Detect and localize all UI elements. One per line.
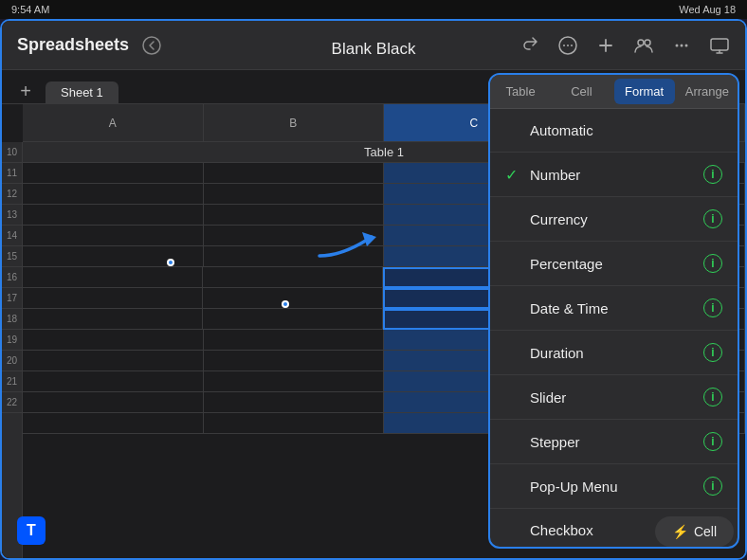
row-19: 19 bbox=[2, 330, 22, 351]
row-16: 16 bbox=[2, 267, 22, 288]
row-17: 17 bbox=[2, 288, 22, 309]
selection-handle-bottom bbox=[282, 300, 289, 308]
tab-format[interactable]: Format bbox=[614, 79, 675, 104]
info-percentage[interactable]: i bbox=[703, 254, 722, 273]
cell-a19 bbox=[23, 351, 204, 371]
cell-button[interactable]: ⚡ Cell bbox=[655, 516, 734, 547]
row-12: 12 bbox=[2, 184, 22, 205]
panel-content: ✓ Automatic ✓ Number i ✓ Currency i bbox=[490, 109, 738, 539]
format-label-percentage: Percentage bbox=[530, 256, 603, 272]
row-numbers: 10 11 12 13 14 15 16 17 18 19 20 21 22 bbox=[2, 142, 23, 558]
cell-a21 bbox=[23, 392, 204, 413]
cell-b14 bbox=[204, 246, 385, 267]
toolbar-right bbox=[519, 35, 730, 56]
cell-b16 bbox=[203, 288, 383, 309]
cell-a14 bbox=[23, 246, 204, 267]
svg-point-3 bbox=[567, 45, 569, 46]
cell-button-label: Cell bbox=[694, 524, 717, 539]
format-label-currency: Currency bbox=[530, 211, 588, 227]
app-container: Spreadsheets Blank Black bbox=[0, 19, 747, 560]
format-label-stepper: Stepper bbox=[530, 434, 580, 450]
svg-rect-10 bbox=[711, 39, 728, 50]
format-label-datetime: Date & Time bbox=[530, 300, 609, 316]
cell-b13 bbox=[204, 226, 385, 246]
cell-a18 bbox=[23, 330, 204, 351]
cell-b10 bbox=[204, 163, 385, 184]
format-item-slider[interactable]: ✓ Slider i bbox=[490, 375, 738, 420]
format-item-stepper[interactable]: ✓ Stepper i bbox=[490, 420, 738, 464]
format-item-automatic[interactable]: ✓ Automatic bbox=[490, 109, 738, 153]
share-icon[interactable] bbox=[519, 35, 540, 56]
cell-b15 bbox=[203, 267, 383, 288]
svg-point-2 bbox=[563, 45, 565, 46]
cell-b21 bbox=[204, 392, 385, 413]
present-icon[interactable] bbox=[709, 35, 730, 56]
row-22: 22 bbox=[2, 392, 22, 413]
tab-arrange[interactable]: Arrange bbox=[677, 75, 738, 108]
svg-point-7 bbox=[676, 44, 679, 46]
doc-title: Blank Black bbox=[332, 40, 416, 59]
status-date: Wed Aug 18 bbox=[679, 4, 736, 15]
info-currency[interactable]: i bbox=[703, 209, 722, 228]
tab-cell[interactable]: Cell bbox=[551, 75, 611, 108]
cell-a16 bbox=[23, 288, 203, 309]
cell-b11 bbox=[204, 184, 385, 205]
collaborate-icon[interactable] bbox=[633, 35, 654, 56]
svg-point-6 bbox=[645, 40, 650, 45]
format-label-slider: Slider bbox=[530, 389, 566, 406]
panel-tabs: Table Cell Format Arrange bbox=[490, 75, 738, 109]
format-item-currency[interactable]: ✓ Currency i bbox=[490, 197, 738, 242]
back-icon[interactable] bbox=[138, 32, 165, 59]
col-header-b: B bbox=[204, 104, 385, 141]
info-number[interactable]: i bbox=[703, 165, 722, 184]
format-label-duration: Duration bbox=[530, 345, 584, 361]
row-13: 13 bbox=[2, 205, 22, 226]
info-slider[interactable]: i bbox=[703, 388, 722, 406]
info-popup[interactable]: i bbox=[703, 477, 722, 496]
row-14: 14 bbox=[2, 226, 22, 246]
cell-a10 bbox=[23, 163, 204, 184]
info-stepper[interactable]: i bbox=[703, 432, 722, 451]
format-label-number: Number bbox=[530, 167, 580, 183]
format-label-checkbox: Checkbox bbox=[530, 522, 593, 538]
format-item-datetime[interactable]: ✓ Date & Time i bbox=[490, 286, 738, 331]
app-title: Spreadsheets bbox=[17, 35, 129, 55]
row-18: 18 bbox=[2, 309, 22, 330]
format-item-number[interactable]: ✓ Number i bbox=[490, 153, 738, 197]
row-10: 10 bbox=[2, 142, 22, 163]
format-label-automatic: Automatic bbox=[530, 122, 593, 138]
row-11: 11 bbox=[2, 163, 22, 184]
cell-a17 bbox=[23, 309, 203, 330]
add-sheet-icon[interactable] bbox=[595, 35, 616, 56]
format-item-percentage[interactable]: ✓ Percentage i bbox=[490, 242, 738, 286]
svg-point-5 bbox=[638, 40, 644, 45]
cell-b19 bbox=[204, 351, 385, 371]
info-datetime[interactable]: i bbox=[703, 298, 722, 317]
toolbar: Spreadsheets Blank Black bbox=[2, 21, 745, 70]
format-item-popup[interactable]: ✓ Pop-Up Menu i bbox=[490, 464, 738, 509]
selection-handle-top bbox=[167, 259, 174, 266]
comment-icon[interactable] bbox=[557, 35, 578, 56]
info-duration[interactable]: i bbox=[703, 343, 722, 362]
cell-b12 bbox=[204, 205, 385, 226]
more-icon[interactable] bbox=[671, 35, 692, 56]
toolbar-left: Spreadsheets bbox=[17, 32, 165, 59]
cell-b17 bbox=[203, 309, 383, 330]
row-21: 21 bbox=[2, 371, 22, 392]
svg-point-9 bbox=[685, 44, 688, 46]
cell-button-icon: ⚡ bbox=[672, 524, 688, 539]
row-15: 15 bbox=[2, 246, 22, 267]
cell-b22 bbox=[204, 413, 385, 434]
tab-table[interactable]: Table bbox=[490, 75, 551, 108]
cell-a20 bbox=[23, 371, 204, 392]
cell-a15 bbox=[23, 267, 203, 288]
svg-point-4 bbox=[571, 45, 573, 46]
add-sheet-button[interactable]: + bbox=[13, 79, 38, 103]
status-time: 9:54 AM bbox=[11, 4, 49, 15]
col-header-a: A bbox=[23, 104, 204, 141]
sheet-tab[interactable]: Sheet 1 bbox=[46, 81, 118, 103]
cell-b18 bbox=[204, 330, 385, 351]
format-item-duration[interactable]: ✓ Duration i bbox=[490, 331, 738, 375]
format-panel: Table Cell Format Arrange ✓ Automatic ✓ … bbox=[488, 73, 739, 549]
check-number: ✓ bbox=[505, 166, 520, 184]
